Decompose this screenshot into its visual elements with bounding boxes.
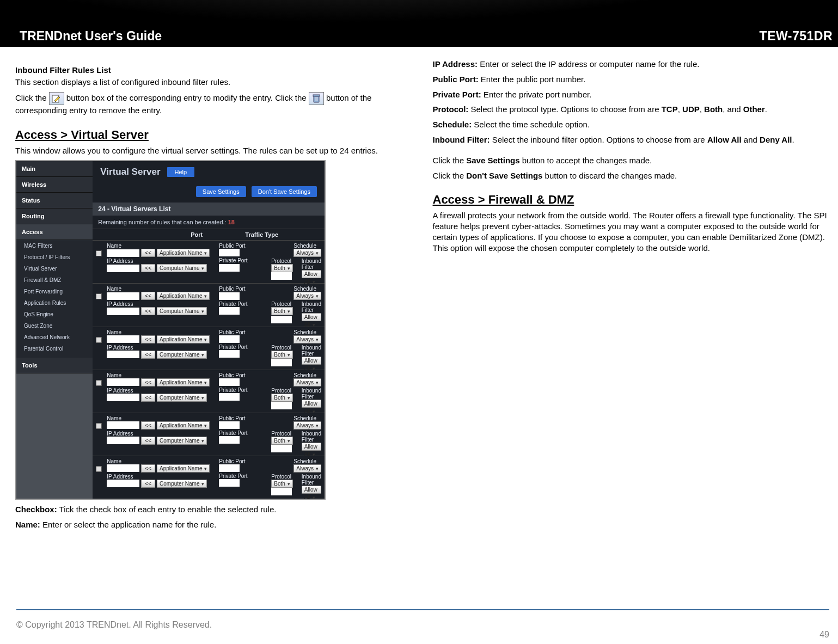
schedule-select[interactable]: Always	[293, 464, 321, 473]
save-settings-button[interactable]: Save Settings	[196, 186, 246, 197]
ip-input[interactable]	[107, 351, 139, 358]
protocol-select[interactable]: Both	[271, 307, 293, 315]
nav-sub-qos[interactable]: QoS Engine	[16, 309, 93, 320]
protocol-select[interactable]: Both	[271, 264, 293, 272]
nav-sub-port-fwd[interactable]: Port Forwarding	[16, 286, 93, 297]
name-input[interactable]	[107, 292, 139, 300]
nav-sub-parental[interactable]: Parental Control	[16, 343, 93, 354]
application-name-select[interactable]: Application Name	[157, 249, 210, 257]
public-port-input[interactable]	[219, 378, 240, 386]
application-name-select[interactable]: Application Name	[157, 378, 210, 387]
protocol-other-input[interactable]	[271, 272, 292, 280]
computer-name-select[interactable]: Computer Name	[157, 264, 207, 272]
assign-ip-button[interactable]: <<	[141, 307, 155, 315]
nav-sub-mac[interactable]: MAC Filters	[16, 240, 93, 252]
private-port-input[interactable]	[219, 350, 240, 358]
ip-input[interactable]	[107, 394, 139, 401]
help-button[interactable]: Help	[167, 167, 195, 177]
assign-ip-button[interactable]: <<	[141, 394, 155, 402]
ip-input[interactable]	[107, 308, 139, 315]
assign-ip-button[interactable]: <<	[141, 351, 155, 359]
para-icon-instructions: Click the button box of the correspondin…	[15, 92, 411, 116]
enable-checkbox[interactable]	[96, 250, 102, 256]
nav-sub-app-rules[interactable]: Application Rules	[16, 297, 93, 309]
nav-sub-adv-net[interactable]: Advanced Network	[16, 332, 93, 343]
nav-status[interactable]: Status	[16, 193, 93, 208]
computer-name-select[interactable]: Computer Name	[157, 307, 207, 315]
protocol-other-input[interactable]	[271, 402, 292, 409]
panel-remaining: Remaining number of rules that can be cr…	[93, 216, 325, 229]
computer-name-select[interactable]: Computer Name	[157, 437, 207, 445]
enable-checkbox[interactable]	[96, 293, 102, 299]
application-name-select[interactable]: Application Name	[157, 421, 210, 430]
private-port-input[interactable]	[219, 479, 240, 487]
protocol-other-input[interactable]	[271, 445, 292, 452]
assign-ip-button[interactable]: <<	[141, 437, 155, 445]
schedule-select[interactable]: Always	[293, 421, 321, 430]
nav-sub-virtual-server[interactable]: Virtual Server	[16, 263, 93, 274]
enable-checkbox[interactable]	[96, 337, 102, 343]
ip-input[interactable]	[107, 265, 139, 272]
application-name-select[interactable]: Application Name	[157, 464, 210, 473]
name-input[interactable]	[107, 421, 139, 429]
public-port-input[interactable]	[219, 335, 240, 343]
name-input[interactable]	[107, 378, 139, 386]
public-port-input[interactable]	[219, 292, 240, 300]
assign-ip-button[interactable]: <<	[141, 264, 155, 272]
nav-main[interactable]: Main	[16, 161, 93, 177]
enable-checkbox[interactable]	[96, 380, 102, 386]
public-port-input[interactable]	[219, 421, 240, 429]
assign-name-button[interactable]: <<	[141, 292, 155, 300]
private-port-input[interactable]	[219, 436, 240, 444]
vs-row: Name << Application NameIP Address << Co…	[93, 240, 325, 283]
name-input[interactable]	[107, 335, 139, 343]
protocol-select[interactable]: Both	[271, 480, 293, 488]
application-name-select[interactable]: Application Name	[157, 292, 210, 300]
inbound-filter-select[interactable]: Allow All	[302, 486, 321, 494]
protocol-other-input[interactable]	[271, 488, 292, 495]
nav-access[interactable]: Access	[16, 224, 93, 240]
protocol-other-input[interactable]	[271, 316, 292, 323]
assign-name-button[interactable]: <<	[141, 335, 155, 344]
public-port-input[interactable]	[219, 249, 240, 256]
private-port-input[interactable]	[219, 264, 240, 272]
inbound-filter-select[interactable]: Allow All	[302, 400, 321, 408]
assign-name-button[interactable]: <<	[141, 421, 155, 430]
application-name-select[interactable]: Application Name	[157, 335, 210, 344]
ip-input[interactable]	[107, 437, 139, 444]
assign-ip-button[interactable]: <<	[141, 480, 155, 488]
name-input[interactable]	[107, 464, 139, 472]
assign-name-button[interactable]: <<	[141, 378, 155, 387]
public-port-input[interactable]	[219, 464, 240, 472]
private-port-input[interactable]	[219, 307, 240, 315]
assign-name-button[interactable]: <<	[141, 464, 155, 473]
enable-checkbox[interactable]	[96, 466, 102, 472]
dont-save-settings-button[interactable]: Don't Save Settings	[252, 186, 317, 197]
protocol-select[interactable]: Both	[271, 394, 293, 402]
private-port-input[interactable]	[219, 393, 240, 401]
nav-sub-firewall[interactable]: Firewall & DMZ	[16, 274, 93, 286]
inbound-filter-select[interactable]: Allow All	[302, 270, 321, 278]
nav-routing[interactable]: Routing	[16, 208, 93, 224]
nav-tools[interactable]: Tools	[16, 358, 93, 373]
schedule-select[interactable]: Always	[293, 292, 321, 300]
computer-name-select[interactable]: Computer Name	[157, 480, 207, 488]
schedule-select[interactable]: Always	[293, 378, 321, 387]
nav-sub-guest[interactable]: Guest Zone	[16, 320, 93, 332]
inbound-filter-select[interactable]: Allow All	[302, 357, 321, 365]
protocol-select[interactable]: Both	[271, 351, 293, 359]
enable-checkbox[interactable]	[96, 423, 102, 429]
name-input[interactable]	[107, 249, 139, 257]
schedule-select[interactable]: Always	[293, 249, 321, 257]
computer-name-select[interactable]: Computer Name	[157, 351, 207, 359]
protocol-select[interactable]: Both	[271, 437, 293, 445]
ip-input[interactable]	[107, 480, 139, 487]
assign-name-button[interactable]: <<	[141, 249, 155, 257]
nav-wireless[interactable]: Wireless	[16, 177, 93, 193]
schedule-select[interactable]: Always	[293, 335, 321, 344]
computer-name-select[interactable]: Computer Name	[157, 394, 207, 402]
inbound-filter-select[interactable]: Allow All	[302, 313, 321, 321]
inbound-filter-select[interactable]: Allow All	[302, 443, 321, 451]
nav-sub-protocol[interactable]: Protocol / IP Filters	[16, 252, 93, 263]
protocol-other-input[interactable]	[271, 359, 292, 366]
